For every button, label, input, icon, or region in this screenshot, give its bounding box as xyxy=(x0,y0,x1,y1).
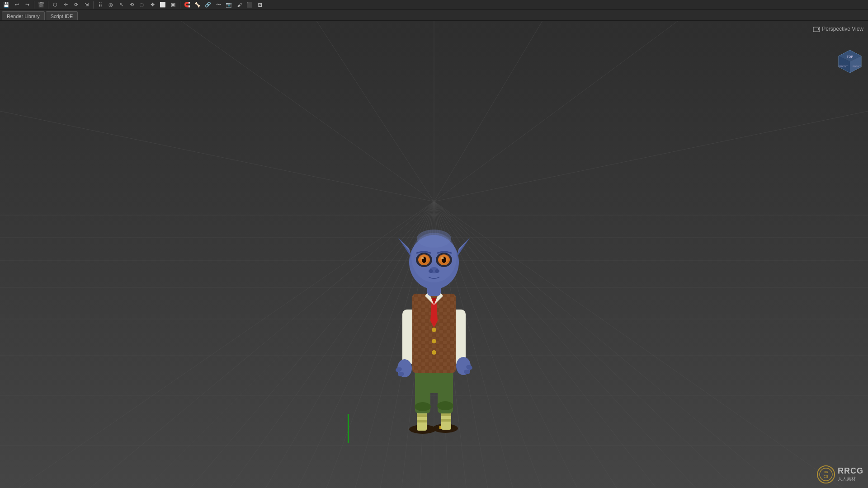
tab-bar: Render Library Script IDE xyxy=(0,10,868,21)
tool-hair-button[interactable]: 〜 xyxy=(214,0,223,9)
separator-2 xyxy=(48,1,48,9)
tool-select-button[interactable]: ◌ xyxy=(137,0,146,9)
svg-marker-96 xyxy=(398,237,411,258)
tool-mask-button[interactable]: ⬛ xyxy=(245,0,254,9)
undo-button[interactable]: ↩ xyxy=(12,0,21,9)
svg-point-69 xyxy=(437,401,453,410)
redo-button[interactable]: ↪ xyxy=(23,0,32,9)
tool-snap-button[interactable]: ⬜ xyxy=(158,0,167,9)
svg-text:CG: CG xyxy=(824,475,829,478)
watermark-brand-text: RRCG xyxy=(838,467,863,476)
svg-rect-64 xyxy=(441,419,451,422)
svg-point-113 xyxy=(429,269,433,273)
tool-cursor-button[interactable]: ↖ xyxy=(117,0,126,9)
watermark-sub-text: 人人素材 xyxy=(838,476,863,482)
svg-point-115 xyxy=(417,230,451,248)
navigation-cube[interactable]: TOP FRONT RIGHT xyxy=(836,48,863,75)
svg-point-111 xyxy=(441,257,444,259)
tool-render-button[interactable]: 🖼 xyxy=(255,0,264,9)
render-preview-button[interactable]: 🎬 xyxy=(37,0,46,9)
svg-text:RR: RR xyxy=(824,470,828,474)
watermark-logo-icon: RR CG xyxy=(817,465,835,483)
tool-lasso-button[interactable]: ⬡ xyxy=(51,0,60,9)
tool-scale-button[interactable]: ⇲ xyxy=(82,0,91,9)
svg-point-114 xyxy=(435,269,439,273)
tab-script-ide[interactable]: Script IDE xyxy=(46,11,78,20)
svg-point-68 xyxy=(415,402,431,411)
tool-pose-button[interactable]: 🦴 xyxy=(193,0,202,9)
tool-magnet-button[interactable]: 🧲 xyxy=(183,0,192,9)
tool-rotate-button[interactable]: ⟳ xyxy=(71,0,80,9)
viewport[interactable]: Perspective View TOP FRONT RIGHT xyxy=(0,21,868,488)
character-model xyxy=(389,203,479,438)
separator-1 xyxy=(34,1,34,9)
svg-rect-63 xyxy=(441,413,451,416)
svg-rect-67 xyxy=(415,371,453,393)
svg-text:TOP: TOP xyxy=(847,55,854,58)
save-button[interactable]: 💾 xyxy=(2,0,11,9)
svg-rect-60 xyxy=(417,420,427,422)
tool-transform-button[interactable]: ✥ xyxy=(148,0,157,9)
tool-loop-button[interactable]: ⟲ xyxy=(127,0,136,9)
tool-camera-button[interactable]: 📷 xyxy=(224,0,233,9)
svg-rect-59 xyxy=(417,414,427,417)
svg-text:RIGHT: RIGHT xyxy=(853,65,861,68)
svg-point-87 xyxy=(432,328,436,332)
tool-move-button[interactable]: ✛ xyxy=(61,0,70,9)
tab-render-library[interactable]: Render Library xyxy=(2,11,45,20)
separator-4 xyxy=(180,1,180,9)
tool-edge-button[interactable]: ▣ xyxy=(169,0,178,9)
svg-point-88 xyxy=(432,339,436,343)
svg-text:FRONT: FRONT xyxy=(839,65,848,68)
svg-point-110 xyxy=(421,257,424,259)
tool-hook-button[interactable]: 🔗 xyxy=(203,0,212,9)
watermark: RR CG RRCG 人人素材 xyxy=(817,465,863,483)
svg-marker-98 xyxy=(457,237,470,258)
tool-grid-button[interactable]: ⣿ xyxy=(96,0,105,9)
main-toolbar: 💾 ↩ ↪ 🎬 ⬡ ✛ ⟳ ⇲ ⣿ ◎ ↖ ⟲ ◌ ✥ ⬜ ▣ 🧲 🦴 🔗 〜 … xyxy=(0,0,868,10)
separator-3 xyxy=(93,1,94,9)
tool-circle-button[interactable]: ◎ xyxy=(106,0,115,9)
tool-paint-button[interactable]: 🖌 xyxy=(235,0,244,9)
svg-point-89 xyxy=(432,350,436,355)
